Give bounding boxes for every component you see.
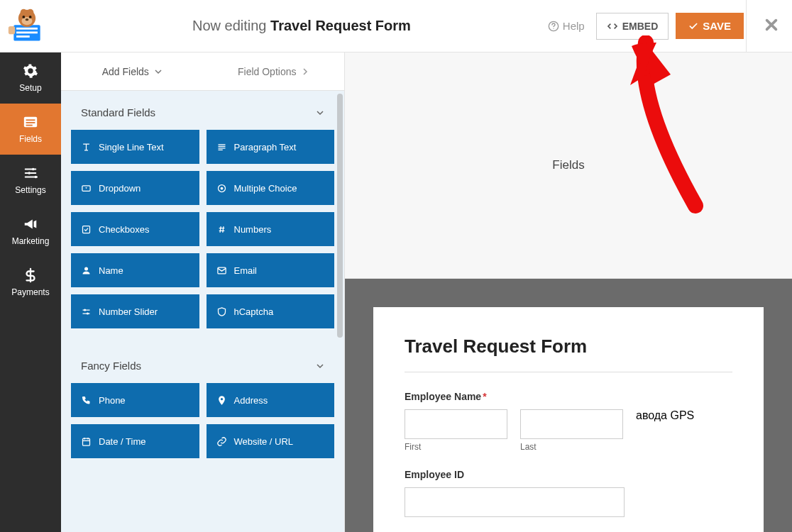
sidebar-label: Setup bbox=[19, 83, 41, 93]
sidebar-item-fields[interactable]: Fields bbox=[0, 104, 61, 155]
first-name-input[interactable] bbox=[405, 409, 507, 439]
checkbox-icon bbox=[81, 224, 92, 235]
check-icon bbox=[688, 21, 698, 31]
sidebar-item-marketing[interactable]: Marketing bbox=[0, 206, 61, 257]
text-icon bbox=[81, 142, 92, 153]
field-phone[interactable]: Phone bbox=[71, 383, 199, 417]
sidebar-label: Marketing bbox=[12, 236, 50, 246]
svg-rect-1 bbox=[16, 27, 38, 29]
embed-button[interactable]: EMBED bbox=[596, 13, 669, 40]
svg-rect-2 bbox=[16, 31, 38, 33]
sidebar-label: Settings bbox=[15, 185, 45, 195]
field-date-time[interactable]: Date / Time bbox=[71, 424, 199, 458]
field-email[interactable]: Email bbox=[207, 253, 335, 287]
svg-point-27 bbox=[84, 309, 86, 311]
svg-point-28 bbox=[87, 312, 89, 314]
embed-label: EMBED bbox=[622, 21, 659, 32]
field-dropdown[interactable]: Dropdown bbox=[71, 171, 199, 205]
code-icon bbox=[607, 21, 618, 32]
dollar-icon bbox=[23, 267, 38, 283]
svg-rect-17 bbox=[26, 125, 33, 126]
user-icon bbox=[81, 265, 92, 276]
field-address[interactable]: Address bbox=[207, 383, 335, 417]
help-icon bbox=[548, 21, 559, 32]
group-header-fancy[interactable]: Fancy Fields bbox=[61, 344, 344, 383]
field-checkboxes[interactable]: Checkboxes bbox=[71, 212, 199, 246]
radio-icon bbox=[216, 183, 227, 194]
svg-point-6 bbox=[27, 9, 33, 15]
field-single-line-text[interactable]: Single Line Text bbox=[71, 130, 199, 164]
group-title: Fancy Fields bbox=[81, 360, 141, 372]
required-mark: * bbox=[483, 391, 486, 402]
sidebar-label: Payments bbox=[11, 287, 49, 297]
close-button[interactable] bbox=[764, 17, 779, 35]
chevron-down-icon bbox=[155, 68, 162, 75]
dropdown-icon bbox=[81, 183, 92, 194]
svg-point-19 bbox=[28, 172, 31, 174]
panel-body: Standard Fields Single Line Text Paragra… bbox=[61, 91, 344, 532]
fancy-fields-grid: Phone Address Date / Time Website / URL bbox=[61, 383, 344, 474]
employee-id-input[interactable] bbox=[405, 487, 625, 517]
field-employee-id: Employee ID bbox=[405, 469, 732, 517]
svg-point-13 bbox=[553, 28, 554, 28]
field-employee-name: Employee Name* First Last авода GPS bbox=[405, 391, 732, 452]
tab-field-options[interactable]: Field Options bbox=[203, 52, 345, 91]
svg-point-20 bbox=[35, 176, 38, 179]
form-name: Travel Request Form bbox=[270, 18, 411, 33]
top-actions: Help EMBED SAVE bbox=[548, 13, 779, 40]
form-card: Travel Request Form Employee Name* First… bbox=[373, 307, 764, 533]
chevron-down-icon bbox=[316, 362, 324, 370]
save-label: SAVE bbox=[703, 20, 731, 32]
fields-titlebar: Fields bbox=[345, 52, 792, 279]
group-title: Standard Fields bbox=[81, 106, 155, 118]
svg-rect-24 bbox=[83, 226, 90, 233]
field-website-url[interactable]: Website / URL bbox=[207, 424, 335, 458]
svg-rect-15 bbox=[26, 119, 35, 121]
svg-point-29 bbox=[220, 398, 222, 400]
phone-icon bbox=[81, 395, 92, 406]
save-button[interactable]: SAVE bbox=[676, 13, 744, 39]
svg-point-18 bbox=[32, 168, 35, 171]
standard-fields-grid: Single Line Text Paragraph Text Dropdown… bbox=[61, 130, 344, 344]
svg-point-23 bbox=[220, 187, 223, 189]
hash-icon bbox=[216, 224, 227, 235]
sublabel-last: Last bbox=[520, 442, 623, 452]
top-header: Now editing Travel Request Form Help EMB… bbox=[0, 0, 792, 52]
divider bbox=[405, 372, 732, 372]
titlebar-label: Fields bbox=[552, 158, 584, 172]
svg-rect-16 bbox=[26, 122, 35, 123]
last-name-input[interactable] bbox=[520, 409, 623, 439]
slider-icon bbox=[81, 306, 92, 317]
gear-icon bbox=[23, 63, 38, 79]
field-name[interactable]: Name bbox=[71, 253, 199, 287]
sidebar-item-settings[interactable]: Settings bbox=[0, 155, 61, 206]
sidebar-item-payments[interactable]: Payments bbox=[0, 257, 61, 308]
svg-rect-11 bbox=[9, 26, 15, 34]
link-icon bbox=[216, 436, 227, 447]
group-header-standard[interactable]: Standard Fields bbox=[61, 91, 344, 130]
sidebar-item-setup[interactable]: Setup bbox=[0, 52, 61, 104]
app-logo bbox=[6, 5, 48, 48]
svg-point-25 bbox=[84, 267, 88, 270]
field-multiple-choice[interactable]: Multiple Choice bbox=[207, 171, 335, 205]
close-icon bbox=[764, 17, 779, 33]
sidebar-label: Fields bbox=[19, 134, 42, 144]
field-paragraph-text[interactable]: Paragraph Text bbox=[207, 130, 335, 164]
scrollbar[interactable] bbox=[337, 94, 343, 338]
tab-add-fields[interactable]: Add Fields bbox=[61, 52, 203, 91]
svg-rect-30 bbox=[83, 438, 90, 445]
field-number-slider[interactable]: Number Slider bbox=[71, 294, 199, 328]
pin-icon bbox=[216, 395, 227, 406]
shield-icon bbox=[216, 306, 227, 317]
paragraph-icon bbox=[216, 142, 227, 153]
chevron-down-icon bbox=[316, 109, 324, 117]
svg-point-10 bbox=[26, 18, 29, 20]
svg-point-5 bbox=[21, 9, 27, 15]
right-column: Fields Travel Request Form Employee Name… bbox=[345, 52, 792, 532]
field-hcaptcha[interactable]: hCaptcha bbox=[207, 294, 335, 328]
help-link[interactable]: Help bbox=[548, 20, 585, 32]
field-numbers[interactable]: Numbers bbox=[207, 212, 335, 246]
sidebar: Setup Fields Settings Marketing Payments bbox=[0, 52, 61, 532]
editing-prefix: Now editing bbox=[192, 18, 267, 33]
calendar-icon bbox=[81, 436, 92, 447]
